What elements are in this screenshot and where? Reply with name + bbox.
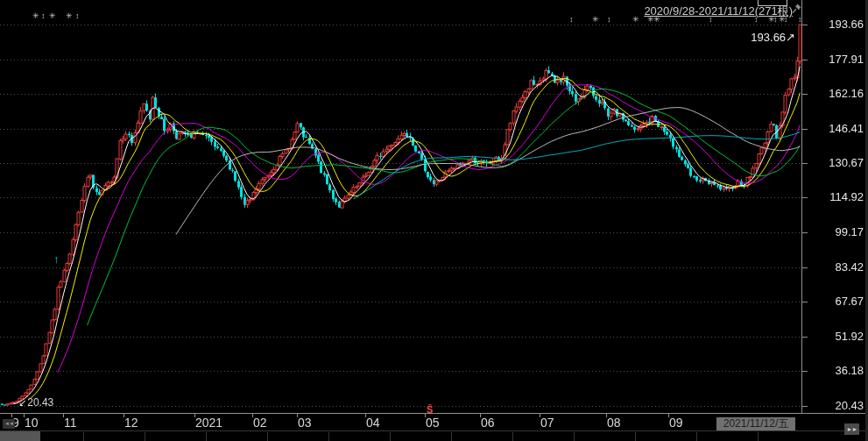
- sell-signal-mark: Ŝ: [427, 404, 433, 415]
- y-axis-label: 20.43: [806, 400, 864, 412]
- last-price-label: 193.66↗: [751, 31, 795, 44]
- y-axis-label: 36.18: [806, 365, 864, 377]
- updown-arrow-marker-icon: ↕: [75, 11, 80, 20]
- y-axis-label: 193.66: [806, 18, 864, 31]
- x-axis-month-label: 06: [481, 416, 495, 430]
- x-axis-month-label: 03: [298, 416, 312, 430]
- updown-arrow-marker-icon: ↕: [41, 11, 46, 20]
- min-price-value: 20.43: [27, 396, 53, 409]
- candlestick-chart-canvas[interactable]: [0, 0, 868, 441]
- asterisk-marker-icon: ✳: [632, 15, 639, 24]
- last-price-value: 193.66: [751, 31, 786, 44]
- up-right-arrow-icon: ↗: [786, 31, 795, 44]
- x-axis-month-label: 04: [366, 416, 380, 430]
- down-left-arrow-icon: ↙: [18, 397, 26, 408]
- scroll-right-button[interactable]: ►►: [844, 423, 859, 435]
- y-axis-label: 114.92: [806, 191, 864, 203]
- x-axis-month-label: 2021: [195, 416, 222, 430]
- asterisk-marker-icon: ✳: [49, 11, 56, 20]
- y-axis-label: 83.42: [806, 261, 864, 274]
- timeline-scrollbar-thumb[interactable]: [0, 431, 40, 441]
- x-axis-month-label: 05: [426, 416, 440, 430]
- y-axis-label: 177.91: [806, 53, 864, 66]
- asterisk-marker-icon: ✳: [592, 15, 599, 24]
- y-axis-label: 99.17: [806, 226, 864, 238]
- x-axis-month-label: 12: [124, 416, 138, 430]
- updown-arrow-marker-icon: ↕: [569, 15, 574, 24]
- date-range-link[interactable]: 2020/9/28-2021/11/12(271根): [644, 4, 793, 19]
- asterisk-marker-icon: ✳: [32, 11, 39, 20]
- x-axis-month-label: 11: [64, 416, 77, 430]
- x-axis-month-label: 09: [669, 416, 683, 430]
- y-axis-label: 67.67: [806, 295, 864, 308]
- y-axis-label: 146.41: [806, 123, 864, 135]
- current-date-button[interactable]: 2021/11/12/五: [716, 417, 795, 430]
- x-axis-month-label: 02: [253, 416, 267, 430]
- buy-signal-arrow-icon: ↑: [53, 253, 60, 266]
- updown-arrow-marker-icon: ↕: [607, 15, 611, 24]
- y-axis-label: 162.16: [806, 88, 864, 100]
- pushpin-icon[interactable]: [791, 3, 802, 18]
- y-axis-label: 51.92: [806, 331, 864, 343]
- x-axis-month-label: 07: [540, 416, 554, 430]
- x-axis-month-label: 08: [607, 416, 621, 430]
- scroll-left-button[interactable]: ◄◄: [3, 419, 15, 429]
- x-axis-month-label: 10: [25, 416, 39, 430]
- y-axis-label: 130.67: [806, 157, 864, 169]
- min-price-label: ↙20.43: [18, 396, 53, 409]
- asterisk-marker-icon: ✳: [66, 11, 73, 20]
- stock-chart-window: 193.66177.91162.16146.41130.67114.9299.1…: [0, 0, 868, 441]
